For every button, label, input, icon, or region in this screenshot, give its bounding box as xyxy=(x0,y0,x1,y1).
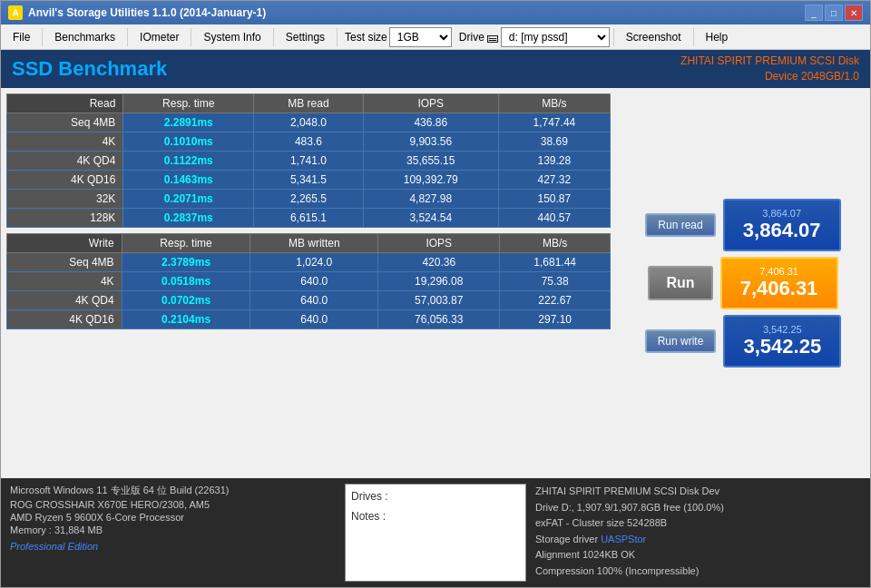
run-read-group: Run read 3,864.07 3,864.07 xyxy=(645,199,840,251)
read-mb-4kqd4: 1,741.0 xyxy=(254,152,364,171)
write-col-iops: IOPS xyxy=(378,234,500,253)
sysinfo-memory: Memory : 31,884 MB xyxy=(10,524,336,535)
app-header: SSD Benchmark ZHITAI SPIRIT PREMIUM SCSI… xyxy=(1,50,870,88)
read-mbs-128k: 440.57 xyxy=(498,209,610,228)
read-table: Read Resp. time MB read IOPS MB/s Seq 4M… xyxy=(6,93,611,228)
run-group: Run 7,406.31 7,406.31 xyxy=(648,257,837,309)
read-label-4kqd16: 4K QD16 xyxy=(7,171,123,190)
write-iops-4kqd4: 57,003.87 xyxy=(378,291,500,310)
menu-sep-3 xyxy=(191,28,191,46)
menu-help[interactable]: Help xyxy=(698,28,737,46)
write-table: Write Resp. time MB written IOPS MB/s Se… xyxy=(6,233,611,329)
read-mbs-seq4mb: 1,747.44 xyxy=(498,113,610,132)
write-iops-4kqd16: 76,056.33 xyxy=(378,310,500,329)
device-detail-fs: exFAT - Cluster size 524288B xyxy=(535,515,861,532)
write-resp-4kqd16: 0.2104ms xyxy=(122,310,250,329)
read-col-mbs: MB/s xyxy=(498,94,610,113)
read-iops-128k: 3,524.54 xyxy=(363,209,498,228)
write-label-4kqd4: 4K QD4 xyxy=(7,291,122,310)
close-button[interactable]: ✕ xyxy=(845,5,863,21)
drive-select[interactable]: d: [my pssd] xyxy=(501,27,610,47)
read-resp-4kqd4: 0.1122ms xyxy=(123,152,254,171)
drives-label: Drives : xyxy=(351,490,520,503)
read-score-small: 3,864.07 xyxy=(762,208,801,219)
table-row: 4K QD4 0.1122ms 1,741.0 35,655.15 139.28 xyxy=(7,152,611,171)
menu-sep-5 xyxy=(337,28,338,46)
device-detail-alignment: Alignment 1024KB OK xyxy=(535,547,861,564)
write-header: Write xyxy=(7,234,122,253)
footer: Microsoft Windows 11 专业版 64 位 Build (226… xyxy=(1,478,870,587)
write-mb-4kqd16: 640.0 xyxy=(250,310,378,329)
menu-sep-1 xyxy=(42,28,43,46)
read-mbs-4kqd16: 427.32 xyxy=(498,171,610,190)
device-detail-driver: Storage driver UASPStor xyxy=(535,532,861,548)
total-score-large: 7,406.31 xyxy=(740,277,818,300)
table-row: 4K QD4 0.0702ms 640.0 57,003.87 222.67 xyxy=(7,291,611,310)
table-row: 4K 0.0518ms 640.0 19,296.08 75.38 xyxy=(7,272,611,291)
right-panel: Run read 3,864.07 3,864.07 Run 7,406.31 … xyxy=(616,88,870,478)
main-content: Read Resp. time MB read IOPS MB/s Seq 4M… xyxy=(1,88,870,478)
write-label-4k: 4K xyxy=(7,272,122,291)
minimize-button[interactable]: _ xyxy=(805,5,823,21)
read-iops-4kqd16: 109,392.79 xyxy=(363,171,498,190)
write-mbs-seq4mb: 1,681.44 xyxy=(500,253,611,272)
menu-file[interactable]: File xyxy=(5,28,38,46)
footer-system-info: Microsoft Windows 11 专业版 64 位 Build (226… xyxy=(10,484,336,582)
read-label-seq4mb: Seq 4MB xyxy=(7,113,123,132)
read-resp-32k: 0.2071ms xyxy=(123,190,254,209)
title-bar: A Anvil's Storage Utilities 1.1.0 (2014-… xyxy=(1,1,870,24)
read-mb-32k: 2,265.5 xyxy=(254,190,364,209)
write-resp-seq4mb: 2.3789ms xyxy=(122,253,250,272)
table-row: 4K QD16 0.1463ms 5,341.5 109,392.79 427.… xyxy=(7,171,611,190)
footer-device-details: ZHITAI SPIRIT PREMIUM SCSI Disk Dev Driv… xyxy=(535,484,861,582)
write-iops-seq4mb: 420.36 xyxy=(378,253,500,272)
drive-icon: 🖴 xyxy=(486,30,499,44)
write-mbs-4k: 75.38 xyxy=(500,272,611,291)
read-score-box: 3,864.07 3,864.07 xyxy=(723,199,841,251)
write-label-4kqd16: 4K QD16 xyxy=(7,310,122,329)
read-resp-4k: 0.1010ms xyxy=(123,132,254,152)
table-row: 4K QD16 0.2104ms 640.0 76,056.33 297.10 xyxy=(7,310,611,329)
app-icon: A xyxy=(8,5,23,20)
sysinfo-board: ROG CROSSHAIR X670E HERO/2308, AM5 xyxy=(10,499,336,510)
read-resp-seq4mb: 2.2891ms xyxy=(123,113,254,132)
run-read-button[interactable]: Run read xyxy=(645,213,715,237)
read-mb-4kqd16: 5,341.5 xyxy=(254,171,364,190)
write-label-seq4mb: Seq 4MB xyxy=(7,253,122,272)
test-size-select[interactable]: 512MB 1GB 2GB 4GB xyxy=(389,27,452,47)
read-resp-4kqd16: 0.1463ms xyxy=(123,171,254,190)
total-score-box: 7,406.31 7,406.31 xyxy=(720,257,838,309)
menu-iometer[interactable]: IOmeter xyxy=(132,28,187,46)
run-write-group: Run write 3,542.25 3,542.25 xyxy=(645,315,842,368)
read-label-128k: 128K xyxy=(7,209,123,228)
write-resp-4k: 0.0518ms xyxy=(122,272,250,291)
menu-settings[interactable]: Settings xyxy=(278,28,333,46)
menu-sysinfo[interactable]: System Info xyxy=(195,28,269,46)
read-col-iops: IOPS xyxy=(363,94,498,113)
device-info: ZHITAI SPIRIT PREMIUM SCSI Disk Device 2… xyxy=(680,54,859,84)
table-row: Seq 4MB 2.3789ms 1,024.0 420.36 1,681.44 xyxy=(7,253,611,272)
title-bar-left: A Anvil's Storage Utilities 1.1.0 (2014-… xyxy=(8,5,266,20)
read-iops-seq4mb: 436.86 xyxy=(363,113,498,132)
write-resp-4kqd4: 0.0702ms xyxy=(122,291,250,310)
read-score-large: 3,864.07 xyxy=(743,219,821,242)
write-score-small: 3,542.25 xyxy=(763,324,802,335)
window-title: Anvil's Storage Utilities 1.1.0 (2014-Ja… xyxy=(28,6,266,19)
device-info-line2: Device 2048GB/1.0 xyxy=(680,69,859,84)
footer-notes: Drives : Notes : xyxy=(345,484,526,582)
menu-screenshot[interactable]: Screenshot xyxy=(618,28,690,46)
read-label-32k: 32K xyxy=(7,190,123,209)
run-write-button[interactable]: Run write xyxy=(645,329,717,353)
maximize-button[interactable]: □ xyxy=(825,5,843,21)
pro-edition-link[interactable]: Professional Edition xyxy=(10,541,336,552)
menu-benchmarks[interactable]: Benchmarks xyxy=(46,28,123,46)
notes-label: Notes : xyxy=(351,510,520,523)
read-mb-seq4mb: 2,048.0 xyxy=(254,113,364,132)
table-row: Seq 4MB 2.2891ms 2,048.0 436.86 1,747.44 xyxy=(7,113,611,132)
tables-area: Read Resp. time MB read IOPS MB/s Seq 4M… xyxy=(1,88,616,478)
run-button[interactable]: Run xyxy=(648,266,712,300)
device-detail-drive: Drive D:, 1,907.9/1,907.8GB free (100.0%… xyxy=(535,500,861,516)
read-mb-128k: 6,615.1 xyxy=(254,209,364,228)
device-info-line1: ZHITAI SPIRIT PREMIUM SCSI Disk xyxy=(680,54,859,69)
menu-sep-2 xyxy=(127,28,128,46)
